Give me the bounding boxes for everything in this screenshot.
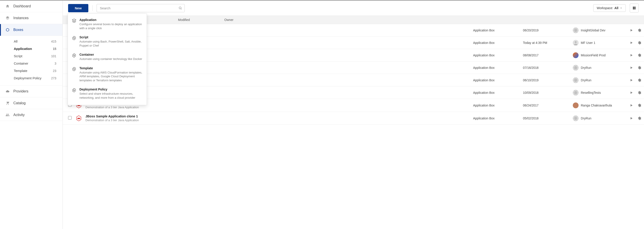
svg-point-5 [74, 38, 75, 39]
run-button[interactable] [630, 78, 633, 82]
sidebar-subitem-label: All [14, 40, 18, 43]
workspace-select[interactable]: Workspace: All [593, 4, 626, 12]
settings-button[interactable] [637, 78, 641, 82]
play-hex-icon [72, 88, 76, 92]
owner-name: ResellingTests [581, 91, 601, 94]
dropdown-item-script[interactable]: Script Automate using Bash, PowerShell, … [68, 33, 147, 51]
owner-name: InsightGlobal Dev [581, 29, 606, 32]
table-row[interactable]: JBoss Sample Application cloneDemonstrat… [63, 99, 644, 112]
column-header-owner[interactable]: Owner [224, 18, 639, 22]
dropdown-item-container[interactable]: Container Automate using container techn… [68, 51, 147, 64]
sidebar-subitem-template[interactable]: Template 23 [0, 67, 62, 74]
sidebar-subitem-deployment-policy[interactable]: Deployment Policy 273 [0, 74, 62, 82]
sidebar-subitem-script[interactable]: Script 101 [0, 52, 62, 60]
dropdown-item-desc: Automate using container technology like… [80, 57, 142, 61]
sidebar-subitem-all[interactable]: All 415 [0, 38, 62, 45]
table-row[interactable]: Application BoxToday at 4:39 PMMF User 1 [63, 37, 644, 49]
gear-hex-icon [72, 53, 76, 58]
svg-rect-1 [633, 7, 634, 8]
cube-icon [5, 28, 10, 32]
settings-button[interactable] [637, 28, 641, 32]
table-row[interactable]: Application Box06/20/2019InsightGlobal D… [63, 24, 644, 37]
chevron-down-icon [620, 7, 622, 9]
run-button[interactable] [630, 104, 633, 107]
row-owner: DryRun [573, 65, 626, 71]
row-modified: 10/09/2018 [523, 91, 569, 94]
settings-button[interactable] [637, 91, 641, 95]
table-row[interactable]: Application Box10/09/2018ResellingTests [63, 86, 644, 99]
row-name-cell: JBoss Sample Application clone 1Demonstr… [86, 115, 470, 122]
sidebar-subitem-application[interactable]: Application 15 [0, 45, 62, 52]
dropdown-item-title: Deployment Policy [80, 88, 143, 91]
dropdown-item-title: Script [80, 36, 143, 39]
table-body[interactable]: Application Box06/20/2019InsightGlobal D… [63, 24, 644, 229]
row-actions [630, 53, 641, 57]
dropdown-item-application[interactable]: Application Configure several boxes to d… [68, 16, 147, 33]
run-button[interactable] [630, 91, 633, 94]
svg-rect-4 [634, 8, 636, 9]
row-type: Application Box [473, 54, 520, 57]
table-row[interactable]: JBoss Sample Application clone 1Demonstr… [63, 112, 644, 125]
search-input[interactable] [96, 4, 185, 12]
settings-button[interactable] [637, 103, 641, 107]
table-row[interactable]: Application Box06/10/2019DryRun [63, 74, 644, 86]
svg-point-0 [179, 7, 181, 9]
sidebar-subitem-label: Deployment Policy [14, 76, 42, 80]
column-header-modified[interactable]: Modified [178, 18, 224, 22]
run-button[interactable] [630, 29, 633, 32]
svg-point-7 [74, 68, 75, 70]
sidebar-subitem-count: 415 [51, 40, 56, 43]
row-modified: Today at 4:39 PM [523, 41, 569, 45]
new-button[interactable]: New [68, 4, 88, 12]
sidebar-item-catalog[interactable]: Catalog [0, 97, 62, 109]
row-modified: 08/08/2017 [523, 54, 569, 57]
avatar [573, 90, 578, 96]
run-button[interactable] [630, 41, 633, 45]
settings-button[interactable] [637, 116, 641, 120]
row-actions [630, 66, 641, 70]
search-wrap [96, 4, 185, 12]
row-owner: Ranga Chakravarthula [573, 102, 626, 108]
grid-view-button[interactable] [630, 4, 639, 13]
owner-name: MF User 1 [581, 41, 595, 45]
sidebar-item-instances[interactable]: Instances [0, 12, 62, 24]
sidebar-subitem-count: 23 [53, 69, 56, 73]
settings-button[interactable] [637, 41, 641, 45]
sidebar-item-providers[interactable]: Providers [0, 86, 62, 97]
workspace-value: All [614, 6, 618, 10]
row-owner: InsightGlobal Dev [573, 27, 626, 33]
sidebar-item-label: Activity [13, 113, 25, 117]
run-button[interactable] [630, 66, 633, 70]
sidebar-item-activity[interactable]: Activity [0, 109, 62, 121]
sidebar-item-boxes[interactable]: Boxes [0, 24, 62, 36]
dropdown-item-title: Container [80, 53, 142, 56]
sidebar-item-label: Boxes [13, 28, 23, 32]
table-row[interactable]: Application Box07/16/2018DryRun [63, 62, 644, 74]
avatar [573, 27, 578, 33]
sidebar-item-label: Catalog [13, 101, 26, 105]
dropdown-item-template[interactable]: Template Automate using AWS CloudFormati… [68, 64, 147, 86]
row-actions [630, 116, 641, 120]
settings-button[interactable] [637, 66, 641, 70]
row-type: Application Box [473, 41, 520, 45]
dropdown-item-title: Application [80, 18, 143, 22]
cart-icon [5, 101, 10, 105]
settings-button[interactable] [637, 53, 641, 57]
sidebar-subitem-container[interactable]: Container 3 [0, 60, 62, 67]
avatar [573, 77, 578, 83]
row-type: Application Box [473, 117, 520, 120]
run-button[interactable] [630, 117, 633, 120]
dropdown-item-desc: Automate using AWS CloudFormation templa… [80, 71, 143, 82]
row-checkbox[interactable] [68, 116, 72, 120]
run-button[interactable] [630, 54, 633, 57]
workspace-label: Workspace: [596, 6, 613, 10]
dropdown-item-deployment-policy[interactable]: Deployment Policy Select and share infra… [68, 85, 147, 103]
people-icon [5, 113, 10, 117]
dropdown-item-desc: Configure several boxes to deploy an app… [80, 22, 143, 30]
sidebar-subitem-label: Container [14, 62, 28, 65]
table-row[interactable]: Application Box08/08/2017MissionField Pr… [63, 49, 644, 62]
sidebar-item-dashboard[interactable]: Dashboard [0, 1, 62, 12]
gear-hex-icon [72, 36, 76, 40]
owner-name: DryRun [581, 117, 591, 120]
row-owner: MF User 1 [573, 40, 626, 46]
